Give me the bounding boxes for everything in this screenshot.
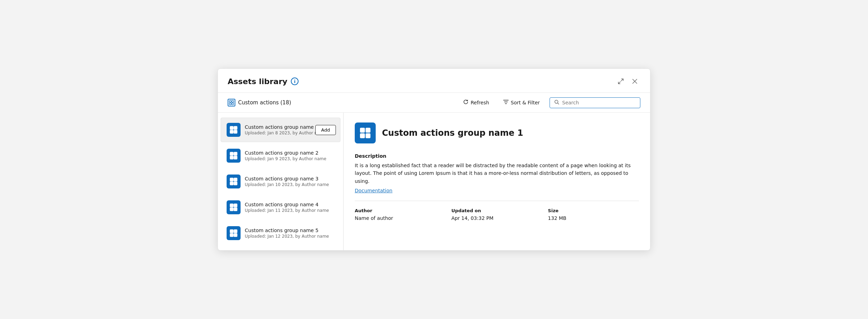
svg-rect-10	[234, 152, 237, 155]
author-label: Author	[355, 208, 446, 213]
refresh-label: Refresh	[471, 100, 489, 105]
header-right	[615, 76, 640, 87]
list-item-icon	[227, 226, 241, 240]
svg-rect-3	[232, 103, 234, 105]
svg-rect-0	[229, 101, 231, 102]
list-item-meta: Uploaded: Jan 9 2023, by Author name	[245, 156, 334, 161]
svg-rect-19	[230, 208, 233, 211]
svg-rect-7	[230, 130, 233, 133]
search-icon	[554, 99, 559, 106]
svg-rect-18	[234, 204, 237, 207]
dialog-header: Assets library i	[218, 69, 650, 93]
svg-rect-24	[234, 233, 237, 237]
size-value: 132 MB	[548, 215, 639, 221]
list-item-icon	[227, 123, 241, 137]
list-item-name: Custom actions group name 5	[245, 228, 334, 233]
updated-meta: Updated on Apr 14, 03:32 PM	[451, 208, 543, 221]
list-item-meta: Uploaded: Jan 11 2023, by Author name	[245, 208, 334, 213]
svg-rect-21	[230, 230, 233, 233]
filter-icon	[503, 99, 509, 106]
author-meta: Author Name of author	[355, 208, 446, 221]
list-item[interactable]: Custom actions group name 5 Uploaded: Ja…	[221, 221, 340, 245]
refresh-button[interactable]: Refresh	[459, 97, 493, 108]
svg-rect-17	[230, 204, 233, 207]
list-item-name: Custom actions group name 3	[245, 176, 334, 181]
size-label: Size	[548, 208, 639, 213]
list-item[interactable]: Custom actions group name 2 Uploaded: Ja…	[221, 143, 340, 168]
svg-rect-2	[229, 103, 231, 105]
svg-rect-22	[234, 230, 237, 233]
list-item-info: Custom actions group name 5 Uploaded: Ja…	[245, 228, 334, 239]
updated-label: Updated on	[451, 208, 543, 213]
list-item[interactable]: Custom actions group name 3 Uploaded: Ja…	[221, 169, 340, 194]
size-meta: Size 132 MB	[548, 208, 639, 221]
detail-description-section: Description It is a long established fac…	[355, 153, 639, 194]
svg-rect-5	[230, 126, 233, 129]
svg-rect-14	[234, 178, 237, 181]
svg-rect-27	[360, 134, 365, 138]
list-item-icon	[227, 200, 241, 214]
svg-rect-6	[234, 126, 237, 129]
svg-rect-11	[230, 156, 233, 159]
svg-rect-25	[360, 128, 365, 132]
toolbar-left: Custom actions (18)	[228, 99, 452, 106]
svg-rect-13	[230, 178, 233, 181]
list-item-info: Custom actions group name 3 Uploaded: Ja…	[245, 176, 334, 187]
detail-panel: Custom actions group name 1 Description …	[344, 113, 650, 250]
sort-filter-label: Sort & Filter	[511, 100, 540, 105]
dialog-title: Assets library	[228, 77, 287, 86]
toolbar-right: Refresh Sort & Filter	[459, 97, 640, 108]
info-icon[interactable]: i	[291, 77, 299, 85]
header-left: Assets library i	[228, 77, 299, 86]
svg-rect-8	[234, 130, 237, 133]
author-value: Name of author	[355, 215, 446, 221]
list-item-name: Custom actions group name 2	[245, 150, 334, 156]
list-item-info: Custom actions group name 2 Uploaded: Ja…	[245, 150, 334, 161]
svg-rect-1	[232, 101, 234, 102]
list-panel: Custom actions group name 1 Uploaded: Ja…	[218, 113, 344, 250]
close-button[interactable]	[629, 76, 640, 87]
sort-filter-button[interactable]: Sort & Filter	[499, 97, 544, 108]
updated-value: Apr 14, 03:32 PM	[451, 215, 543, 221]
svg-rect-15	[230, 182, 233, 185]
svg-rect-23	[230, 233, 233, 237]
search-input[interactable]	[562, 100, 636, 105]
list-item[interactable]: Custom actions group name 4 Uploaded: Ja…	[221, 195, 340, 220]
description-label: Description	[355, 153, 639, 159]
description-text: It is a long established fact that a rea…	[355, 162, 639, 185]
detail-header: Custom actions group name 1	[355, 123, 639, 143]
svg-rect-26	[366, 128, 370, 132]
content-area: Custom actions group name 1 Uploaded: Ja…	[218, 113, 650, 250]
list-item-name: Custom actions group name 4	[245, 202, 334, 207]
svg-rect-20	[234, 208, 237, 211]
detail-title: Custom actions group name 1	[382, 128, 523, 138]
list-item[interactable]: Custom actions group name 1 Uploaded: Ja…	[221, 118, 340, 142]
toolbar: Custom actions (18) Refresh	[218, 93, 650, 113]
svg-rect-28	[366, 134, 370, 138]
list-item-info: Custom actions group name 4 Uploaded: Ja…	[245, 202, 334, 213]
documentation-link[interactable]: Documentation	[355, 188, 392, 193]
expand-button[interactable]	[615, 76, 626, 87]
detail-icon	[355, 123, 376, 143]
svg-rect-12	[234, 156, 237, 159]
list-item-meta: Uploaded: Jan 12 2023, by Author name	[245, 234, 334, 239]
svg-rect-16	[234, 182, 237, 185]
add-button[interactable]: Add	[315, 125, 336, 135]
detail-divider	[355, 201, 639, 201]
refresh-icon	[463, 99, 469, 106]
assets-library-dialog: Assets library i	[218, 68, 650, 251]
list-item-meta: Uploaded: Jan 10 2023, by Author name	[245, 182, 334, 187]
svg-rect-9	[230, 152, 233, 155]
custom-actions-icon	[228, 99, 235, 106]
search-box[interactable]	[550, 97, 640, 108]
detail-meta-grid: Author Name of author Updated on Apr 14,…	[355, 208, 639, 221]
custom-actions-label: Custom actions (18)	[228, 99, 291, 106]
list-item-icon	[227, 175, 241, 188]
list-item-icon	[227, 149, 241, 163]
